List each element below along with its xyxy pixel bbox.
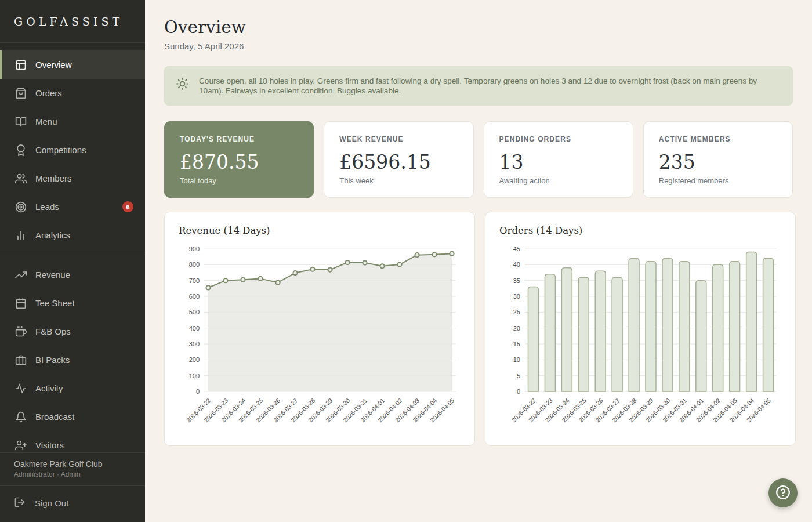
sidebar-footer: Oakmere Park Golf Club Administrator · A… bbox=[0, 452, 145, 522]
stat-value: 235 bbox=[659, 151, 777, 173]
svg-text:600: 600 bbox=[189, 293, 200, 300]
sidebar-item-label: Competitions bbox=[35, 145, 133, 155]
stat-value: £870.55 bbox=[180, 151, 298, 173]
stat-label: PENDING ORDERS bbox=[499, 135, 618, 143]
orders-bar-chart: 0510152025303540452026-03-222026-03-2320… bbox=[499, 242, 781, 434]
course-notice-banner: Course open, all 18 holes in play. Green… bbox=[164, 66, 793, 106]
svg-text:500: 500 bbox=[189, 309, 200, 316]
stat-value: 13 bbox=[499, 151, 618, 173]
svg-text:25: 25 bbox=[513, 309, 520, 316]
svg-text:15: 15 bbox=[513, 340, 520, 347]
sidebar-item-label: Overview bbox=[35, 60, 133, 70]
help-circle-icon bbox=[775, 485, 791, 502]
sidebar-item-label: Activity bbox=[35, 383, 133, 393]
stat-label: ACTIVE MEMBERS bbox=[659, 135, 777, 143]
sidebar-item-label: Revenue bbox=[35, 270, 133, 280]
sidebar-item-label: Broadcast bbox=[35, 412, 133, 422]
leads-count-badge: 6 bbox=[122, 201, 133, 212]
sidebar-item-label: Leads bbox=[35, 202, 114, 212]
org-role: Administrator · Admin bbox=[14, 470, 131, 478]
sidebar-item-leads[interactable]: Leads6 bbox=[0, 193, 145, 221]
org-name: Oakmere Park Golf Club bbox=[14, 459, 131, 469]
sign-out-label: Sign Out bbox=[35, 498, 68, 508]
sidebar-item-label: Members bbox=[35, 173, 133, 183]
stat-card-pending-orders: PENDING ORDERS13Awaiting action bbox=[484, 121, 633, 198]
sidebar-item-revenue[interactable]: Revenue bbox=[0, 260, 145, 289]
svg-text:700: 700 bbox=[189, 277, 200, 284]
sidebar-item-members[interactable]: Members bbox=[0, 164, 145, 193]
sidebar-item-label: Analytics bbox=[35, 230, 133, 240]
sign-out-button[interactable]: Sign Out bbox=[0, 485, 145, 522]
page-title: Overview bbox=[164, 17, 793, 37]
sidebar-item-label: Orders bbox=[35, 88, 133, 98]
svg-text:35: 35 bbox=[513, 277, 520, 284]
sidebar-item-bi-packs[interactable]: BI Packs bbox=[0, 346, 145, 374]
sun-icon bbox=[176, 76, 189, 93]
stat-sub: Total today bbox=[180, 176, 298, 185]
sidebar-item-f-b-ops[interactable]: F&B Ops bbox=[0, 317, 145, 346]
sidebar-item-analytics[interactable]: Analytics bbox=[0, 221, 145, 249]
sidebar-item-orders[interactable]: Orders bbox=[0, 79, 145, 107]
sidebar-nav: OverviewOrdersMenuCompetitionsMembersLea… bbox=[0, 43, 145, 522]
svg-text:200: 200 bbox=[189, 357, 200, 364]
svg-text:800: 800 bbox=[189, 262, 200, 269]
help-button[interactable] bbox=[768, 478, 798, 507]
user-plus-icon bbox=[15, 440, 27, 451]
svg-text:0: 0 bbox=[517, 388, 520, 395]
bell-icon bbox=[15, 411, 27, 423]
stat-label: TODAY'S REVENUE bbox=[180, 135, 298, 143]
revenue-line-chart: 01002003004005006007008009002026-03-2220… bbox=[179, 242, 461, 434]
stat-card-week-revenue: WEEK REVENUE£6596.15This week bbox=[324, 121, 473, 198]
brand-logo: GOLFASSIST bbox=[0, 0, 145, 43]
sidebar-item-label: F&B Ops bbox=[35, 327, 133, 336]
sidebar-item-tee-sheet[interactable]: Tee Sheet bbox=[0, 289, 145, 317]
sun-icon bbox=[176, 77, 189, 90]
sidebar: GOLFASSIST OverviewOrdersMenuCompetition… bbox=[0, 0, 145, 522]
sidebar-item-overview[interactable]: Overview bbox=[0, 50, 145, 79]
target-icon bbox=[15, 201, 27, 213]
svg-text:10: 10 bbox=[513, 357, 520, 364]
activity-icon bbox=[15, 383, 27, 394]
sidebar-item-competitions[interactable]: Competitions bbox=[0, 136, 145, 164]
chart-card-revenue-14-days: Revenue (14 Days)01002003004005006007008… bbox=[164, 212, 475, 446]
log-out-icon bbox=[14, 496, 26, 510]
main-content: Overview Sunday, 5 April 2026 Course ope… bbox=[145, 0, 812, 522]
calendar-icon bbox=[15, 298, 27, 309]
course-notice-text: Course open, all 18 holes in play. Green… bbox=[199, 76, 779, 96]
stat-sub: Awaiting action bbox=[499, 176, 618, 185]
stat-sub: Registered members bbox=[659, 176, 777, 185]
svg-text:40: 40 bbox=[513, 262, 520, 269]
sidebar-item-label: BI Packs bbox=[35, 355, 133, 365]
chart-title: Orders (14 Days) bbox=[499, 225, 781, 236]
sidebar-item-menu[interactable]: Menu bbox=[0, 107, 145, 136]
sidebar-item-label: Tee Sheet bbox=[35, 298, 133, 308]
stat-value: £6596.15 bbox=[339, 151, 458, 173]
coffee-icon bbox=[15, 326, 27, 338]
chart-card-orders-14-days: Orders (14 Days)0510152025303540452026-0… bbox=[485, 212, 796, 446]
layout-icon bbox=[15, 59, 27, 71]
log-out-icon bbox=[14, 496, 26, 508]
svg-text:100: 100 bbox=[189, 372, 200, 379]
svg-text:5: 5 bbox=[517, 372, 520, 379]
svg-text:0: 0 bbox=[196, 388, 200, 395]
trending-up-icon bbox=[15, 269, 27, 281]
shopping-bag-icon bbox=[15, 88, 27, 99]
book-open-icon bbox=[15, 116, 27, 128]
svg-text:45: 45 bbox=[513, 245, 520, 252]
sidebar-item-label: Menu bbox=[35, 117, 133, 126]
svg-text:20: 20 bbox=[513, 325, 520, 332]
stat-card-active-members: ACTIVE MEMBERS235Registered members bbox=[643, 121, 793, 198]
org-block: Oakmere Park Golf Club Administrator · A… bbox=[0, 453, 145, 485]
stat-label: WEEK REVENUE bbox=[339, 135, 458, 143]
stat-sub: This week bbox=[339, 176, 458, 185]
sidebar-item-activity[interactable]: Activity bbox=[0, 374, 145, 403]
svg-text:30: 30 bbox=[513, 293, 520, 300]
svg-text:400: 400 bbox=[189, 325, 200, 332]
award-icon bbox=[15, 144, 27, 156]
stat-card-today-s-revenue: TODAY'S REVENUE£870.55Total today bbox=[164, 121, 314, 198]
sidebar-item-broadcast[interactable]: Broadcast bbox=[0, 403, 145, 431]
chart-title: Revenue (14 Days) bbox=[179, 225, 461, 236]
svg-text:900: 900 bbox=[189, 245, 200, 252]
sidebar-divider bbox=[0, 255, 145, 255]
svg-text:300: 300 bbox=[189, 340, 200, 347]
